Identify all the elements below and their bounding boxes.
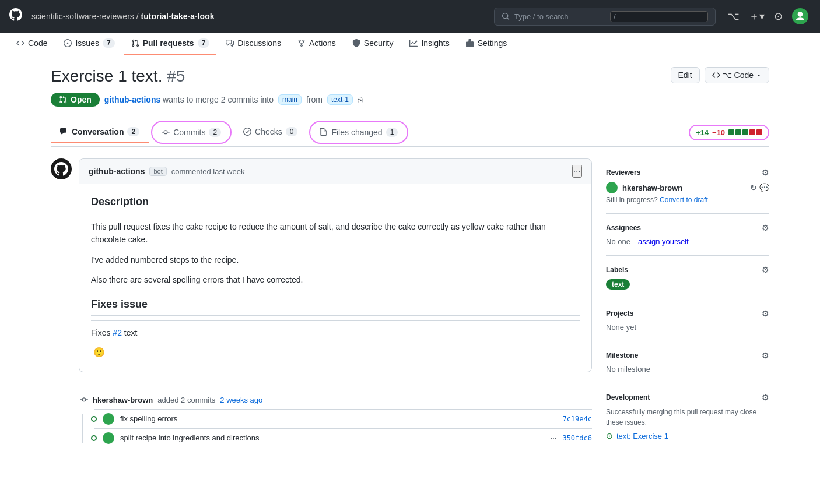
- header: scientific-software-reviewers / tutorial…: [0, 0, 820, 33]
- tab-commits[interactable]: Commits 2: [151, 121, 232, 144]
- commits-added-time[interactable]: 2 weeks ago: [220, 396, 262, 404]
- copy-icon[interactable]: ⎘: [358, 95, 362, 104]
- pr-status-badge: Open: [51, 93, 100, 107]
- nav-settings[interactable]: Settings: [459, 33, 514, 55]
- reviewer-user: hkershaw-brown ↻ 💬: [606, 182, 769, 193]
- nav-pull-requests[interactable]: Pull requests 7: [124, 33, 217, 55]
- profile-button[interactable]: [790, 6, 811, 27]
- nav-issues[interactable]: Issues 7: [57, 33, 121, 55]
- assignees-gear[interactable]: ⚙: [762, 223, 769, 232]
- commit-bullet-1: [91, 416, 97, 422]
- pr-layout: github-actions bot commented last week ·…: [51, 158, 769, 452]
- sidebar-reviewers: Reviewers ⚙ hkershaw-brown ↻ 💬 Still in …: [606, 158, 769, 214]
- description-body: This pull request fixes the cake recipe …: [91, 220, 580, 287]
- comment-container: github-actions bot commented last week ·…: [51, 158, 592, 382]
- issue-open-icon: ⊙: [606, 431, 613, 440]
- pr-title-row: Exercise 1 text. #5 Edit ⌥ Code: [51, 67, 769, 86]
- commit-hash-1[interactable]: 7c19e4c: [562, 415, 592, 423]
- fixes-issue-link[interactable]: #2: [113, 328, 122, 337]
- diff-bar-2: [735, 129, 741, 135]
- comment-header: github-actions bot commented last week ·…: [79, 159, 591, 184]
- reviewers-gear[interactable]: ⚙: [762, 168, 769, 177]
- fixes-text: Fixes #2 text: [91, 328, 580, 337]
- sidebar-assignees: Assignees ⚙ No one—assign yourself: [606, 214, 769, 256]
- pr-author-link[interactable]: github-actions: [104, 95, 160, 104]
- milestone-gear[interactable]: ⚙: [762, 351, 769, 360]
- repo-breadcrumb: scientific-software-reviewers / tutorial…: [31, 12, 215, 21]
- nav-discussions[interactable]: Discussions: [219, 33, 288, 55]
- github-logo[interactable]: [9, 8, 22, 24]
- comment-time: commented last week: [171, 167, 245, 176]
- search-kbd: /: [610, 11, 708, 22]
- notifications-button[interactable]: ⊙: [772, 8, 785, 25]
- development-gear[interactable]: ⚙: [762, 393, 769, 402]
- commit-bullet-2: [91, 435, 97, 441]
- convert-to-draft-link[interactable]: Convert to draft: [660, 196, 708, 204]
- assignees-empty: No one—assign yourself: [606, 237, 769, 246]
- header-icons: ⌥ ＋▾ ⊙: [725, 6, 811, 27]
- pr-meta: Open github-actions wants to merge 2 com…: [51, 93, 769, 107]
- diff-bar-5: [756, 129, 762, 135]
- assignees-title: Assignees: [606, 224, 641, 232]
- pr-title-actions: Edit ⌥ Code: [671, 67, 769, 83]
- commit-hash-2[interactable]: 350fdc6: [562, 434, 592, 442]
- pr-tabs: Conversation 2 Commits 2 Checks 0 Files …: [51, 118, 769, 147]
- pr-meta-author: github-actions wants to merge 2 commits …: [104, 95, 274, 104]
- reviewers-title: Reviewers: [606, 168, 640, 177]
- tab-files-changed[interactable]: Files changed 1: [309, 121, 408, 144]
- assign-yourself-link[interactable]: assign yourself: [638, 237, 689, 246]
- terminal-button[interactable]: ⌥: [725, 8, 742, 25]
- commit-avatar-1: [103, 413, 114, 425]
- diff-bars: [728, 129, 762, 135]
- page-content: Exercise 1 text. #5 Edit ⌥ Code Open git…: [37, 55, 783, 464]
- diff-bar-4: [749, 129, 755, 135]
- tab-checks[interactable]: Checks 0: [234, 121, 307, 143]
- org-link[interactable]: scientific-software-reviewers: [31, 12, 134, 21]
- edit-button[interactable]: Edit: [671, 67, 700, 83]
- comment-body: Description This pull request fixes the …: [79, 184, 591, 372]
- commits-added-section: hkershaw-brown added 2 commits 2 weeks a…: [51, 391, 592, 452]
- nav-insights[interactable]: Insights: [402, 33, 456, 55]
- reviewer-refresh[interactable]: ↻: [750, 183, 757, 192]
- commits-added-by[interactable]: hkershaw-brown: [93, 396, 153, 404]
- user-avatar[interactable]: [792, 8, 808, 24]
- pr-sidebar: Reviewers ⚙ hkershaw-brown ↻ 💬 Still in …: [606, 158, 769, 452]
- nav-security[interactable]: Security: [345, 33, 401, 55]
- label-badge[interactable]: text: [606, 279, 630, 290]
- fixes-title: Fixes issue: [91, 298, 580, 316]
- emoji-button[interactable]: 🙂: [91, 344, 107, 360]
- milestone-empty: No milestone: [606, 365, 769, 373]
- labels-gear[interactable]: ⚙: [762, 265, 769, 274]
- code-label: ⌥ Code: [723, 71, 754, 80]
- reviewer-note: Still in progress? Convert to draft: [606, 196, 769, 204]
- sidebar-milestone: Milestone ⚙ No milestone: [606, 341, 769, 383]
- head-branch-badge[interactable]: text-1: [327, 94, 353, 105]
- diff-bar-1: [728, 129, 734, 135]
- diff-bar-3: [742, 129, 748, 135]
- base-branch-badge[interactable]: main: [278, 94, 302, 105]
- plus-button[interactable]: ＋▾: [747, 7, 767, 26]
- repo-link[interactable]: tutorial-take-a-look: [141, 12, 215, 21]
- comment-author-name[interactable]: github-actions: [89, 167, 145, 176]
- diff-additions: +14: [696, 128, 709, 137]
- sidebar-development: Development ⚙ Successfully merging this …: [606, 383, 769, 450]
- commit-message-2: split recipe into ingredients and direct…: [120, 433, 545, 442]
- search-placeholder: Type / to search: [514, 12, 605, 21]
- commit-message-1: fix spelling errors: [120, 414, 556, 423]
- search-box[interactable]: Type / to search /: [494, 8, 716, 26]
- nav-actions[interactable]: Actions: [290, 33, 343, 55]
- pr-title: Exercise 1 text. #5: [51, 67, 185, 86]
- comment-box: github-actions bot commented last week ·…: [79, 158, 592, 372]
- comment-menu-button[interactable]: ···: [572, 165, 582, 178]
- development-note: Successfully merging this pull request m…: [606, 407, 769, 428]
- development-issue-link[interactable]: ⊙ text: Exercise 1: [606, 431, 769, 440]
- nav-code[interactable]: Code: [9, 33, 54, 55]
- sidebar-labels: Labels ⚙ text: [606, 256, 769, 299]
- commit-avatar-2: [103, 432, 114, 444]
- code-button[interactable]: ⌥ Code: [705, 67, 769, 83]
- reviewer-comment[interactable]: 💬: [759, 183, 769, 192]
- reviewer-name: hkershaw-brown: [622, 184, 682, 192]
- commit-more-button[interactable]: ···: [551, 433, 557, 442]
- tab-conversation[interactable]: Conversation 2: [51, 121, 149, 143]
- projects-gear[interactable]: ⚙: [762, 309, 769, 318]
